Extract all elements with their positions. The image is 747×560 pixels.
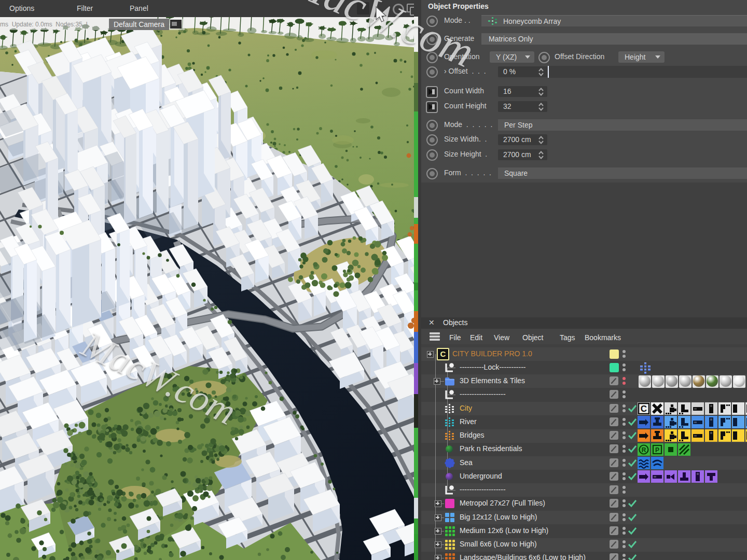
svg-text:C: C bbox=[641, 404, 647, 414]
svg-text:R: R bbox=[642, 446, 646, 454]
svg-text:P: P bbox=[655, 446, 659, 454]
